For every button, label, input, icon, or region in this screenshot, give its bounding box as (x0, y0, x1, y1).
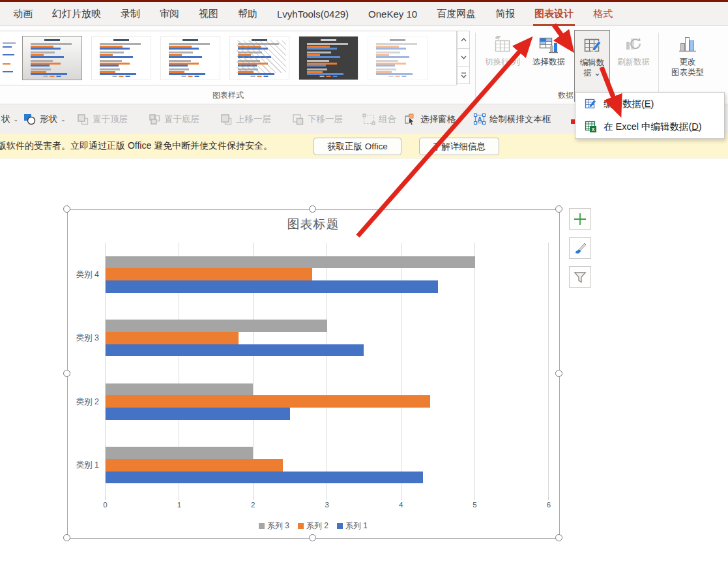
gallery-scrollbar (457, 31, 470, 85)
switch-row-column-button: 切换行/列 (481, 30, 524, 102)
legend-item: 系列 2 (298, 520, 328, 532)
change-type-icon (677, 35, 699, 55)
bar-系列 3-类别 3[interactable] (106, 320, 327, 332)
send-to-back-button: 置于底层 (149, 104, 199, 134)
bar-系列 1-类别 2[interactable] (106, 408, 291, 420)
edit-data-menu-item[interactable]: 编辑数据(E) (575, 93, 724, 115)
selection-handle[interactable] (555, 370, 562, 377)
gallery-thumb-style-1[interactable] (22, 36, 82, 80)
partial-dropdown-label: 状 (1, 113, 10, 125)
bar-系列 1-类别 1[interactable] (106, 472, 424, 484)
gallery-thumb-style-3[interactable] (160, 36, 220, 80)
draw-textbox-button[interactable]: A绘制横排文本框 (473, 104, 551, 134)
svg-text:A: A (477, 116, 482, 123)
shapes-label: 形状 (40, 113, 57, 125)
ribbon-tab-简报[interactable]: 简报 (495, 8, 515, 20)
selection-pane-label: 选择窗格 (420, 113, 456, 125)
ribbon-tab-OneKey 10[interactable]: OneKey 10 (368, 8, 417, 20)
edit-data-menu-item-label: 编辑数据(E) (604, 98, 654, 110)
group-label: 组合 (379, 113, 396, 125)
switch-row-column-label: 切换行/列 (485, 57, 519, 67)
bar-系列 1-类别 4[interactable] (106, 280, 438, 293)
group-label-chart-styles: 图表样式 (189, 90, 267, 101)
axis-tick (474, 497, 475, 500)
brush-icon (573, 241, 587, 256)
bar-系列 2-类别 3[interactable] (106, 332, 239, 344)
shapes-button[interactable]: 形状⌄ (23, 104, 66, 134)
legend-label: 系列 2 (306, 520, 328, 532)
shapes-icon (23, 113, 36, 125)
refresh-data-button: 刷新数据 (611, 30, 656, 102)
selection-handle[interactable] (555, 205, 562, 213)
selection-handle[interactable] (63, 534, 70, 541)
ribbon-tab-bar: 动画幻灯片放映录制审阅视图帮助LvyhTools(0429)OneKey 10百… (0, 2, 728, 26)
svg-text:x: x (592, 126, 595, 132)
ribbon-tab-百度网盘[interactable]: 百度网盘 (437, 8, 476, 20)
selection-handle[interactable] (309, 534, 316, 541)
chart-style-button[interactable] (569, 237, 591, 259)
legend-label: 系列 1 (345, 520, 368, 532)
bar-系列 3-类别 2[interactable] (106, 383, 254, 396)
selection-pane-button[interactable]: 选择窗格 (404, 104, 456, 134)
legend-label: 系列 3 (267, 520, 289, 532)
legend-swatch (298, 523, 304, 529)
gallery-scroll-down-icon[interactable] (457, 48, 470, 67)
edit-data-label: 编辑数 (580, 57, 605, 68)
x-axis-tick-label: 4 (393, 501, 409, 509)
chart-filter-button[interactable] (569, 266, 591, 288)
selection-handle[interactable] (309, 205, 316, 213)
gallery-more-icon[interactable] (457, 66, 470, 84)
learn-more-button[interactable]: 了解详细信息 (419, 138, 499, 155)
gridline (548, 243, 549, 497)
ribbon-tab-幻灯片放映[interactable]: 幻灯片放映 (52, 8, 101, 20)
ribbon-tab-录制[interactable]: 录制 (121, 8, 140, 20)
backward-icon (292, 113, 304, 125)
bar-系列 2-类别 2[interactable] (106, 395, 431, 408)
selection-handle[interactable] (63, 370, 70, 377)
chart-elements-button[interactable] (569, 208, 591, 230)
axis-tick (253, 497, 254, 500)
select-data-icon (538, 35, 559, 55)
change-chart-type-label: 图表类型 (671, 67, 704, 78)
axis-tick (401, 497, 401, 500)
ribbon-tab-LvyhTools(0429)[interactable]: LvyhTools(0429) (277, 8, 349, 20)
gallery-thumb-style-2[interactable] (91, 36, 151, 80)
axis-tick (179, 497, 179, 500)
edit-data-icon (583, 36, 602, 55)
select-data-label: 选择数据 (532, 57, 565, 67)
axis-tick (105, 497, 106, 500)
ribbon-tab-格式[interactable]: 格式 (593, 8, 613, 20)
edit-in-excel-menu-item[interactable]: x在 Excel 中编辑数据(D) (575, 115, 724, 138)
bar-系列 3-类别 1[interactable] (106, 447, 254, 459)
gallery-thumb-style-4[interactable] (229, 36, 289, 80)
group-button: 组合 (362, 104, 396, 134)
change-chart-type-button[interactable]: 更改图表类型 (661, 30, 714, 102)
x-axis-tick-label: 3 (319, 501, 335, 509)
gallery-scroll-up-icon[interactable] (457, 31, 470, 49)
selection-handle[interactable] (555, 534, 562, 541)
partial-dropdown-button[interactable]: 状⌄ (1, 104, 18, 134)
funnel-icon (573, 270, 587, 284)
get-genuine-office-button[interactable]: 获取正版 Office (313, 138, 401, 155)
edit-in-excel-menu-item-label: 在 Excel 中编辑数据(D) (604, 121, 702, 133)
ribbon-tab-审阅[interactable]: 审阅 (160, 8, 179, 20)
category-label: 类别 4 (64, 269, 99, 280)
chart-style-gallery (0, 31, 457, 85)
gallery-thumb-style-6[interactable] (368, 36, 428, 80)
bar-系列 2-类别 4[interactable] (106, 268, 313, 280)
chart-legend[interactable]: 系列 3系列 2系列 1 (67, 520, 559, 532)
chart-title[interactable]: 图表标题 (67, 216, 559, 233)
ribbon-tab-动画[interactable]: 动画 (13, 8, 33, 20)
bar-系列 2-类别 1[interactable] (106, 459, 283, 472)
send-backward-button: 下移一层 (292, 104, 343, 134)
bar-系列 3-类别 4[interactable] (106, 256, 475, 269)
ribbon-tab-帮助[interactable]: 帮助 (238, 8, 257, 20)
refresh-icon (624, 35, 643, 55)
excel-icon: x (585, 121, 597, 133)
ribbon-tab-图表设计[interactable]: 图表设计 (534, 8, 574, 20)
x-axis-tick-label: 6 (541, 501, 557, 509)
ribbon-tab-视图[interactable]: 视图 (199, 8, 218, 20)
selection-handle[interactable] (63, 205, 70, 213)
bar-系列 1-类别 3[interactable] (106, 344, 364, 357)
gallery-thumb-style-5[interactable] (298, 36, 358, 80)
